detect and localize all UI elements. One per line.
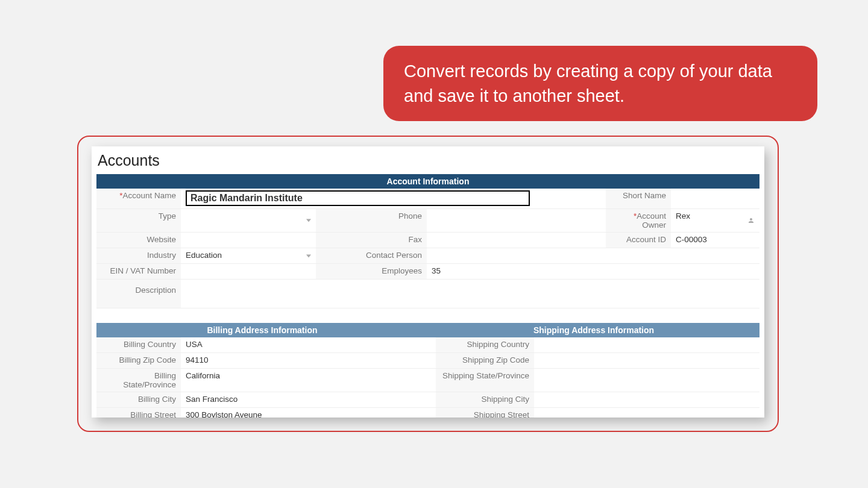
fax-input[interactable] (427, 233, 528, 248)
label-billing-zip: Billing Zip Code (96, 353, 181, 368)
label-phone: Phone (316, 209, 427, 232)
short-name-input[interactable] (671, 189, 760, 208)
label-description: Description (96, 280, 181, 308)
phone-input[interactable] (427, 209, 528, 232)
label-account-name: *Account Name (96, 189, 181, 208)
spacer (535, 189, 606, 208)
label-short-name: Short Name (606, 189, 671, 208)
label-shipping-city: Shipping City (436, 392, 534, 407)
shipping-country-input[interactable] (534, 337, 760, 352)
type-select[interactable] (181, 209, 316, 232)
user-icon (747, 217, 755, 224)
account-name-input[interactable]: Ragic Mandarin Institute (186, 190, 530, 206)
callout-banner: Convert records by creating a copy of yo… (383, 46, 817, 121)
highlight-frame: Accounts Account Information *Account Na… (77, 136, 779, 432)
label-shipping-zip: Shipping Zip Code (436, 353, 534, 368)
industry-select[interactable]: Education (181, 248, 316, 263)
billing-state-input[interactable]: California (181, 369, 436, 392)
shipping-zip-input[interactable] (534, 353, 760, 368)
accounts-panel: Accounts Account Information *Account Na… (92, 146, 764, 418)
label-shipping-country: Shipping Country (436, 337, 534, 352)
shipping-state-input[interactable] (534, 369, 760, 392)
label-industry: Industry (96, 248, 181, 263)
billing-zip-input[interactable]: 94110 (181, 353, 436, 368)
label-ein-vat: EIN / VAT Number (96, 264, 181, 279)
account-info-section: *Account Name Ragic Mandarin Institute S… (96, 189, 760, 308)
section-account-info-header: Account Information (96, 174, 760, 189)
account-id-value: C-00003 (671, 233, 760, 248)
shipping-header: Shipping Address Information (428, 325, 760, 335)
billing-street-input[interactable]: 300 Boylston Aveune (181, 408, 436, 418)
spacer (606, 248, 671, 263)
label-account-id: Account ID (606, 233, 671, 248)
employees-input[interactable]: 35 (427, 264, 528, 279)
contact-person-input[interactable] (427, 248, 528, 263)
label-contact-person: Contact Person (316, 248, 427, 263)
ein-vat-input[interactable] (181, 264, 316, 279)
label-employees: Employees (316, 264, 427, 279)
spacer (528, 264, 606, 279)
spacer (606, 264, 671, 279)
spacer (671, 264, 760, 279)
billing-city-input[interactable]: San Francisco (181, 392, 436, 407)
label-fax: Fax (316, 233, 427, 248)
address-section: Billing Country USA Shipping Country Bil… (96, 337, 760, 418)
billing-country-input[interactable]: USA (181, 337, 436, 352)
account-name-input-wrapper: Ragic Mandarin Institute (181, 189, 535, 208)
chevron-down-icon (306, 254, 311, 257)
spacer (528, 233, 606, 248)
label-shipping-street: Shipping Street (436, 408, 534, 418)
shipping-street-input[interactable] (534, 408, 760, 418)
description-input[interactable] (181, 280, 760, 308)
label-billing-state: Billing State/Province (96, 369, 181, 392)
label-type: Type (96, 209, 181, 232)
label-billing-country: Billing Country (96, 337, 181, 352)
account-owner-input[interactable]: Rex (671, 209, 760, 232)
label-shipping-state: Shipping State/Province (436, 369, 534, 392)
label-account-owner: *Account Owner (606, 209, 671, 232)
spacer (528, 248, 606, 263)
address-section-header: Billing Address Information Shipping Add… (96, 323, 760, 337)
label-website: Website (96, 233, 181, 248)
label-billing-city: Billing City (96, 392, 181, 407)
spacer (671, 248, 760, 263)
chevron-down-icon (306, 219, 311, 222)
shipping-city-input[interactable] (534, 392, 760, 407)
billing-header: Billing Address Information (96, 325, 428, 335)
website-input[interactable] (181, 233, 316, 248)
spacer (528, 209, 606, 232)
page-title: Accounts (92, 146, 764, 173)
label-billing-street: Billing Street (96, 408, 181, 418)
